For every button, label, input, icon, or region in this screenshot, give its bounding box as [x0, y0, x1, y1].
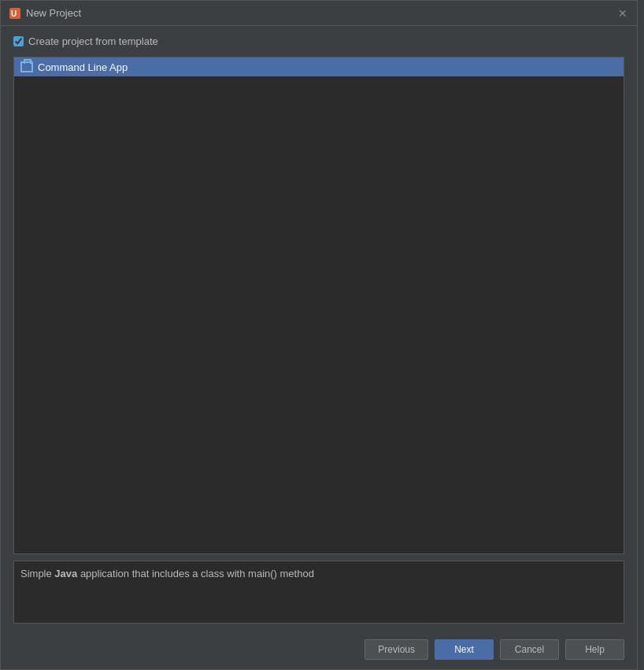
checkbox-label: Create project from template	[28, 35, 158, 47]
dialog-title: New Project	[26, 7, 81, 19]
previous-button[interactable]: Previous	[365, 639, 428, 660]
description-text: Simple Java application that includes a …	[20, 568, 314, 579]
button-bar: Previous Next Cancel Help	[1, 633, 637, 669]
list-item[interactable]: Command Line App	[14, 57, 624, 76]
idea-icon: U	[9, 7, 21, 20]
next-button[interactable]: Next	[435, 639, 494, 660]
dialog-content: Create project from template Command Lin…	[1, 26, 637, 633]
description-area: Simple Java application that includes a …	[13, 561, 624, 624]
checkbox-row: Create project from template	[13, 35, 624, 47]
template-list[interactable]: Command Line App	[13, 57, 624, 554]
help-button[interactable]: Help	[565, 639, 624, 660]
template-item-label: Command Line App	[38, 61, 128, 73]
description-bold: Java	[54, 568, 77, 579]
close-button[interactable]: ✕	[616, 7, 629, 20]
create-from-template-checkbox[interactable]	[13, 36, 24, 46]
new-project-dialog: U New Project ✕ Create project from temp…	[0, 0, 638, 670]
svg-text:U: U	[11, 9, 17, 18]
title-bar-left: U New Project	[9, 7, 81, 20]
cancel-button[interactable]: Cancel	[500, 639, 559, 660]
title-bar: U New Project ✕	[1, 1, 637, 26]
template-folder-icon	[20, 61, 33, 73]
